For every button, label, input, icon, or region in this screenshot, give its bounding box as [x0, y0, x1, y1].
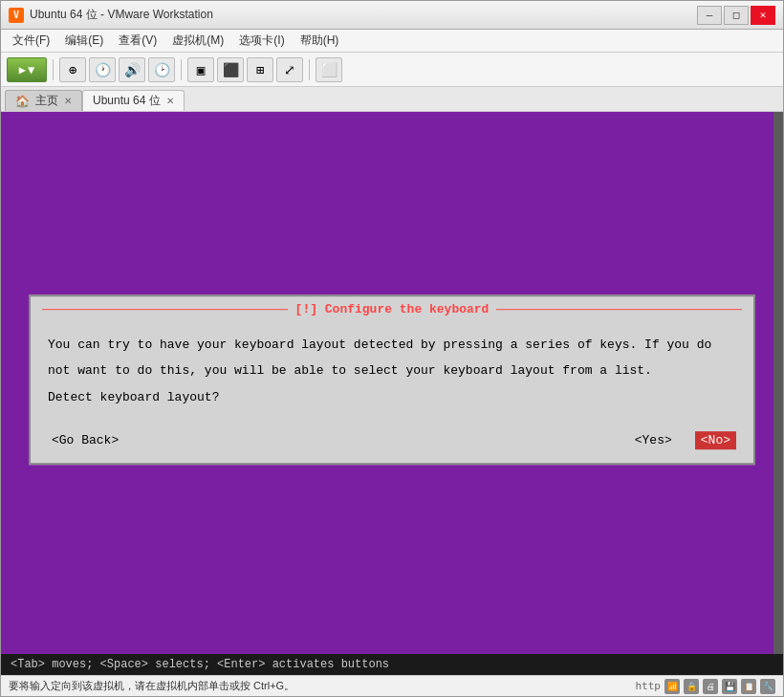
scrollbar[interactable]	[773, 112, 783, 654]
bottom-bar-icons: http 📶 🔒 🖨 💾 📋 🔧	[636, 679, 776, 694]
system-tray-icon-6: 🔧	[760, 679, 775, 694]
menu-file[interactable]: 文件(F)	[5, 31, 57, 51]
expand-icon: ⤢	[284, 62, 295, 77]
window-controls: — □ ✕	[697, 6, 775, 25]
tab-home-close[interactable]: ✕	[64, 96, 72, 106]
toolbar-btn-send[interactable]: ⊕	[59, 57, 86, 82]
tab-bar: 🏠 主页 ✕ Ubuntu 64 位 ✕	[1, 87, 783, 112]
tab-ubuntu-label: Ubuntu 64 位	[93, 93, 161, 109]
menu-edit[interactable]: 编辑(E)	[57, 31, 111, 51]
toolbar-btn-3[interactable]: 🕑	[148, 57, 175, 82]
close-button[interactable]: ✕	[751, 6, 775, 25]
title-bar: V Ubuntu 64 位 - VMware Workstation — □ ✕	[1, 1, 783, 30]
vm-status-bar: <Tab> moves; <Space> selects; <Enter> ac…	[1, 654, 783, 675]
tab-home[interactable]: 🏠 主页 ✕	[5, 90, 82, 111]
toolbar-btn-fullscreen[interactable]: ⬜	[316, 57, 342, 82]
menu-tabs[interactable]: 选项卡(I)	[231, 31, 292, 51]
dialog-body: You can try to have your keyboard layout…	[31, 322, 753, 425]
vm-viewport[interactable]: [!] Configure the keyboard You can try t…	[1, 112, 783, 654]
monitor-icon: ⬛	[223, 62, 239, 77]
dialog-body-line1: You can try to have your keyboard layout…	[48, 336, 736, 355]
menu-help[interactable]: 帮助(H)	[293, 31, 347, 51]
system-tray-icon-2: 🔒	[684, 679, 699, 694]
layout-icon: ⊞	[256, 62, 264, 77]
tab-home-label: 主页	[35, 93, 58, 109]
yes-button[interactable]: <Yes>	[631, 431, 676, 449]
main-window: V Ubuntu 64 位 - VMware Workstation — □ ✕…	[0, 0, 784, 697]
maximize-button[interactable]: □	[724, 6, 749, 25]
window-title: Ubuntu 64 位 - VMware Workstation	[30, 7, 697, 23]
tab-ubuntu-close[interactable]: ✕	[166, 96, 174, 106]
dialog-title-bar: [!] Configure the keyboard	[31, 296, 753, 322]
dialog-body-line2: not want to do this, you will be able to…	[48, 361, 736, 381]
fullscreen-icon: ⬜	[321, 62, 338, 77]
configure-keyboard-dialog: [!] Configure the keyboard You can try t…	[29, 294, 755, 466]
toolbar-btn-2[interactable]: 🔊	[119, 57, 145, 82]
app-icon: V	[9, 8, 24, 23]
no-button[interactable]: <No>	[695, 431, 736, 449]
toolbar-separator-2	[181, 59, 182, 80]
bottom-bar-text: 要将输入定向到该虚拟机，请在虚拟机内部单击或按 Ctrl+G。	[9, 679, 294, 693]
play-icon: ▶	[19, 63, 26, 76]
toolbar-btn-6[interactable]: ⊞	[247, 57, 273, 82]
clock2-icon: 🕑	[154, 62, 170, 77]
toolbar-btn-5[interactable]: ⬛	[217, 57, 244, 82]
dialog-buttons: <Go Back> <Yes> <No>	[31, 424, 753, 463]
bottom-bar: 要将输入定向到该虚拟机，请在虚拟机内部单击或按 Ctrl+G。 http 📶 🔒…	[1, 675, 783, 696]
toolbar-btn-4[interactable]: ▣	[187, 57, 214, 82]
bottom-url: http	[636, 680, 662, 692]
toolbar-btn-1[interactable]: 🕐	[89, 57, 116, 82]
toolbar-separator-3	[309, 59, 310, 80]
system-tray-icon-5: 📋	[741, 679, 756, 694]
dialog-box: [!] Configure the keyboard You can try t…	[29, 294, 755, 466]
dialog-body-line4: Detect keyboard layout?	[48, 388, 736, 407]
dialog-title-text: [!] Configure the keyboard	[292, 300, 493, 318]
go-back-button[interactable]: <Go Back>	[48, 431, 122, 449]
send-icon: ⊕	[69, 62, 76, 77]
tab-ubuntu[interactable]: Ubuntu 64 位 ✕	[82, 90, 185, 111]
toolbar-separator-1	[53, 59, 54, 80]
screen-icon: ▣	[197, 62, 205, 77]
dialog-title-line-left	[42, 309, 288, 310]
audio-icon: 🔊	[124, 62, 141, 77]
menu-view[interactable]: 查看(V)	[111, 31, 164, 51]
status-text: <Tab> moves; <Space> selects; <Enter> ac…	[11, 658, 389, 671]
menu-bar: 文件(F) 编辑(E) 查看(V) 虚拟机(M) 选项卡(I) 帮助(H)	[1, 30, 783, 53]
clock-icon: 🕐	[95, 62, 111, 77]
play-dropdown-icon: ▼	[28, 63, 34, 76]
toolbar-btn-7[interactable]: ⤢	[276, 57, 303, 82]
system-tray-icon-1: 📶	[664, 679, 680, 694]
minimize-button[interactable]: —	[697, 6, 722, 25]
menu-vm[interactable]: 虚拟机(M)	[164, 31, 231, 51]
system-tray-icon-3: 🖨	[703, 679, 718, 694]
dialog-title-line-right	[496, 309, 742, 310]
home-icon: 🏠	[15, 95, 30, 108]
toolbar: ▶ ▼ ⊕ 🕐 🔊 🕑 ▣ ⬛ ⊞ ⤢ ⬜	[1, 53, 783, 87]
system-tray-icon-4: 💾	[722, 679, 737, 694]
play-button[interactable]: ▶ ▼	[7, 57, 47, 82]
